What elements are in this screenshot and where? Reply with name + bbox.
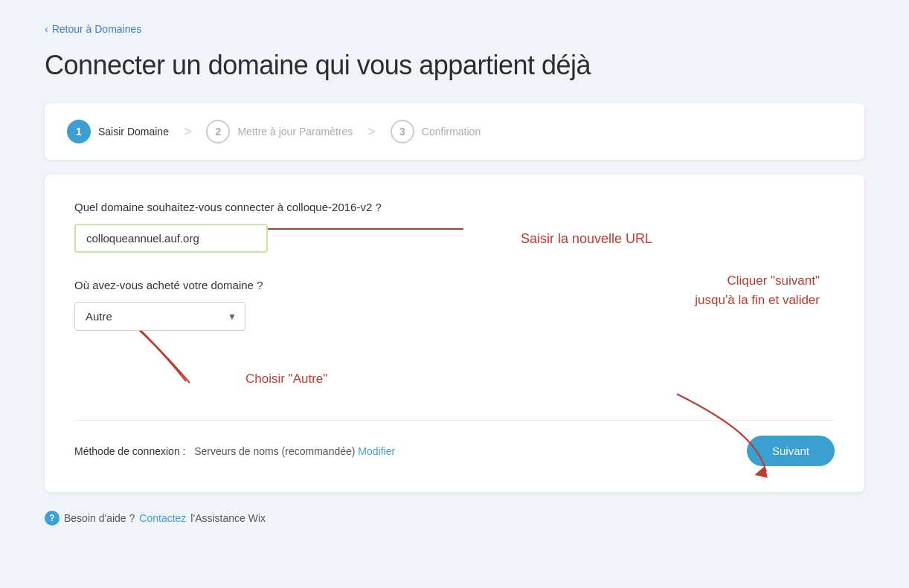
choisir-annotation-area: Choisir "Autre" Cliquer "suivant" jusqu'… [74,346,835,413]
connection-method-text: Serveurs de noms (recommandée) [194,445,355,457]
stepper-card: 1 Saisir Domaine > 2 Mettre à jour Param… [45,103,864,160]
step-1-label: Saisir Domaine [98,126,169,138]
choisir-annotation-label: Choisir "Autre" [245,372,327,387]
help-footer: ? Besoin d'aide ? Contactez l'Assistance… [45,511,864,526]
help-contact-link[interactable]: Contactez [139,512,186,524]
domain-select[interactable]: Autre GoDaddy Namecheap OVH 1&1 Gandi [74,302,245,331]
step-2-circle: 2 [206,120,230,143]
step-1-circle: 1 [67,120,91,143]
form-card: Quel domaine souhaitez-vous connecter à … [45,175,864,492]
chevron-left-icon: ‹ [45,23,48,35]
suivant-button[interactable]: Suivant [747,436,835,466]
step-2-label: Mettre à jour Paramètres [237,126,353,138]
url-annotation-label: Saisir la nouvelle URL [521,230,652,246]
connection-info: Méthode de connexion : Serveurs de noms … [74,445,395,457]
modifier-link[interactable]: Modifier [358,445,395,457]
help-text-before: Besoin d'aide ? [64,512,135,524]
help-icon: ? [45,511,60,526]
help-text-after: l'Assistance Wix [190,512,266,524]
step-3: 3 Confirmation [391,120,481,143]
connection-method-value [188,445,191,457]
step-arrow-2: > [367,124,376,140]
domain-question: Quel domaine souhaitez-vous connecter à … [74,201,835,213]
bottom-row: Méthode de connexion : Serveurs de noms … [74,436,835,466]
connection-method-label: Méthode de connexion : [74,445,185,457]
back-link[interactable]: ‹ Retour à Domaines [45,23,141,35]
page-title: Connecter un domaine qui vous appartient… [45,50,864,81]
step-3-circle: 3 [391,120,414,143]
suivant-annotation-label: Cliquer "suivant" jusqu'à la fin et vali… [695,271,820,309]
domain-input-row: Saisir la nouvelle URL [74,224,835,253]
step-3-label: Confirmation [422,126,481,138]
step-2: 2 Mettre à jour Paramètres [206,120,353,143]
domain-select-wrap: Autre GoDaddy Namecheap OVH 1&1 Gandi ▼ [74,302,245,331]
step-arrow-1: > [184,124,192,140]
back-link-label: Retour à Domaines [52,23,142,35]
domain-input[interactable] [74,224,268,253]
step-1: 1 Saisir Domaine [67,120,169,143]
form-divider [74,420,835,421]
